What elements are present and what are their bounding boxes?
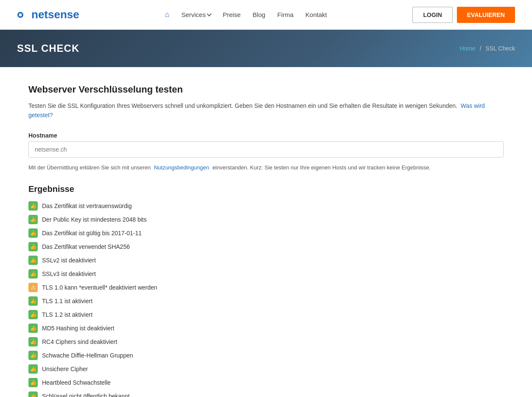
result-item: 👍Schwache Diffie-Hellman Gruppen [28, 349, 504, 362]
result-item: 👍TLS 1.1 ist aktiviert [28, 294, 504, 308]
result-item: ⚠TLS 1.0 kann *eventuell* deaktiviert we… [28, 281, 504, 294]
result-item: 👍TLS 1.2 ist aktiviert [28, 308, 504, 321]
ok-icon: 👍 [28, 351, 38, 360]
page-title: SSL CHECK [17, 42, 79, 54]
terms-after: einverstanden. Kurz: Sie testen nur Ihre… [213, 164, 431, 171]
login-button[interactable]: LOGIN [412, 7, 452, 23]
ok-icon: 👍 [28, 215, 38, 224]
ok-icon: 👍 [28, 269, 38, 279]
result-item: 👍Unsichere Cipher [28, 362, 504, 376]
ok-icon: 👍 [28, 242, 38, 251]
result-text: Der Public Key ist mindestens 2048 bits [42, 216, 147, 223]
chevron-down-icon [207, 11, 211, 16]
result-item: 👍Der Public Key ist mindestens 2048 bits [28, 213, 504, 226]
ok-icon: 👍 [28, 310, 38, 319]
breadcrumb: Home / SSL Check [459, 45, 515, 52]
result-text: MD5 Hashing ist deaktiviert [42, 325, 114, 332]
evaluieren-button[interactable]: EVALUIEREN [457, 7, 515, 23]
result-item: 👍Das Zertifikat verwendet SHA256 [28, 240, 504, 253]
result-item: 👍SSLv2 ist deaktiviert [28, 253, 504, 267]
result-item: 👍Das Zertifikat ist gültig bis 2017-01-1… [28, 226, 504, 240]
intro-text-before: Testen Sie die SSL Konfiguration Ihres W… [28, 102, 457, 109]
result-item: 👍MD5 Hashing ist deaktiviert [28, 321, 504, 335]
result-text: Heartbleed Schwachstelle [42, 379, 111, 386]
nav-firma[interactable]: Firma [277, 11, 293, 18]
nav-preise[interactable]: Preise [223, 11, 241, 18]
header: netsense ⌂ Services Preise Blog Firma Ko… [0, 0, 532, 30]
ok-icon: 👍 [28, 201, 38, 211]
nav-blog[interactable]: Blog [252, 11, 265, 18]
results-title: Ergebnisse [28, 184, 504, 194]
result-item: 👍Das Zertifikat ist vertrauenswürdig [28, 199, 504, 213]
logo[interactable]: netsense [17, 8, 79, 21]
terms-before: Mit der Übermittlung erklären Sie sich m… [28, 164, 151, 171]
result-text: Das Zertifikat ist vertrauenswürdig [42, 203, 132, 209]
result-item: 👍Heartbleed Schwachstelle [28, 376, 504, 389]
page-banner: SSL CHECK Home / SSL Check [0, 30, 532, 67]
result-item: 👍RC4 Ciphers sind deaktiviert [28, 335, 504, 349]
breadcrumb-current: SSL Check [485, 45, 515, 52]
logo-text: netsense [31, 8, 79, 21]
results-list: 👍Das Zertifikat ist vertrauenswürdig👍Der… [28, 199, 504, 397]
result-text: SSLv3 ist deaktiviert [42, 270, 96, 277]
result-item: 👍SSLv3 ist deaktiviert [28, 267, 504, 281]
ok-icon: 👍 [28, 324, 38, 333]
ok-icon: 👍 [28, 228, 38, 238]
result-text: TLS 1.1 ist aktiviert [42, 298, 92, 304]
result-text: Schwache Diffie-Hellman Gruppen [42, 352, 133, 359]
result-text: TLS 1.0 kann *eventuell* deaktiviert wer… [42, 284, 157, 291]
home-icon[interactable]: ⌂ [165, 10, 170, 19]
section-title: Webserver Verschlüsselung testen [28, 84, 504, 95]
result-text: Unsichere Cipher [42, 366, 88, 372]
main-content: Webserver Verschlüsselung testen Testen … [11, 84, 521, 397]
ok-icon: 👍 [28, 378, 38, 387]
ok-icon: 👍 [28, 337, 38, 346]
intro-paragraph: Testen Sie die SSL Konfiguration Ihres W… [28, 101, 504, 120]
hostname-input[interactable] [28, 141, 504, 158]
breadcrumb-separator: / [480, 45, 482, 52]
ok-icon: 👍 [28, 391, 38, 397]
ok-icon: 👍 [28, 256, 38, 265]
hostname-label: Hostname [28, 132, 504, 139]
logo-dot [17, 9, 29, 21]
header-buttons: LOGIN EVALUIEREN [412, 7, 515, 23]
svg-point-1 [19, 13, 22, 16]
breadcrumb-home[interactable]: Home [459, 45, 475, 52]
services-dropdown[interactable]: Services [181, 11, 211, 18]
result-text: RC4 Ciphers sind deaktiviert [42, 338, 117, 345]
result-text: Das Zertifikat ist gültig bis 2017-01-11 [42, 230, 142, 237]
nav-kontakt[interactable]: Kontakt [305, 11, 327, 18]
services-label: Services [181, 11, 206, 18]
warn-icon: ⚠ [28, 283, 38, 292]
result-item: 👍Schlüssel nicht öffentlich bekannt [28, 389, 504, 397]
ok-icon: 👍 [28, 364, 38, 374]
result-text: Das Zertifikat verwendet SHA256 [42, 243, 130, 250]
result-text: Schlüssel nicht öffentlich bekannt [42, 393, 130, 397]
terms-link[interactable]: Nutzungsbedingungen [154, 164, 209, 171]
result-text: TLS 1.2 ist aktiviert [42, 311, 92, 318]
terms-text: Mit der Übermittlung erklären Sie sich m… [28, 163, 504, 172]
main-nav: ⌂ Services Preise Blog Firma Kontakt [165, 10, 327, 19]
ok-icon: 👍 [28, 296, 38, 306]
result-text: SSLv2 ist deaktiviert [42, 257, 96, 264]
